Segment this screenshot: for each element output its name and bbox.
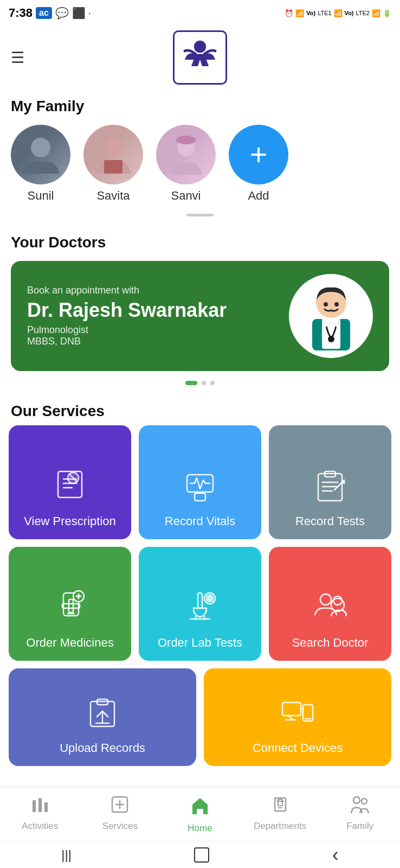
svg-rect-19 (195, 493, 205, 501)
doctor-card[interactable]: Book an appointment with Dr. Rajesh Swar… (11, 261, 389, 371)
svg-rect-31 (62, 604, 80, 608)
service-label-search-doctor: Search Doctor (292, 636, 369, 650)
family-row: Sunil Savita S (0, 120, 400, 212)
home-icon (189, 795, 211, 821)
svg-point-42 (320, 594, 331, 605)
service-record-tests[interactable]: Record Tests (269, 425, 391, 539)
avatar-savita (83, 125, 143, 184)
svg-rect-35 (198, 593, 202, 608)
service-upload-records[interactable]: Upload Records (9, 668, 196, 766)
service-label-lab: Order Lab Tests (158, 636, 242, 650)
header: ☰ (0, 26, 400, 89)
scroll-indicator (0, 212, 400, 225)
service-label-upload: Upload Records (60, 741, 145, 755)
medicines-icon (53, 589, 87, 628)
doctor-name: Dr. Rajesh Swarnakar (27, 299, 289, 321)
svg-rect-58 (44, 802, 48, 812)
service-connect-devices[interactable]: Connect Devices (204, 668, 391, 766)
our-services-title: Our Services (0, 394, 400, 425)
system-menu-btn[interactable]: ||| (61, 847, 72, 863)
tests-icon (313, 467, 347, 507)
service-record-vitals[interactable]: Record Vitals (139, 425, 261, 539)
service-order-lab[interactable]: Order Lab Tests (139, 547, 261, 661)
system-home-btn[interactable] (194, 847, 209, 863)
nav-label-departments: Departments (254, 821, 306, 832)
svg-point-7 (324, 302, 328, 307)
family-member-sunil[interactable]: Sunil (11, 125, 70, 203)
your-doctors-title: Your Doctors (0, 225, 400, 257)
member-name-savita: Savita (96, 189, 130, 203)
svg-rect-63 (278, 801, 282, 806)
nav-label-home: Home (188, 823, 212, 834)
svg-rect-57 (38, 798, 42, 812)
svg-point-11 (328, 336, 334, 342)
nav-home[interactable]: Home (160, 793, 240, 834)
family-icon (349, 795, 371, 819)
service-label-tests: Record Tests (295, 514, 365, 528)
avatar-add: + (229, 125, 288, 184)
doctor-qualification: MBBS, DNB (27, 336, 289, 347)
service-search-doctor[interactable]: Search Doctor (269, 547, 391, 661)
app-logo (173, 30, 227, 85)
book-text: Book an appointment with (27, 285, 289, 296)
svg-point-2 (105, 138, 122, 155)
nav-family[interactable]: Family (320, 793, 400, 832)
my-family-title: My Family (0, 89, 400, 120)
member-name-sanvi: Sanvi (171, 189, 201, 203)
svg-point-66 (362, 799, 367, 804)
search-doctor-icon (313, 589, 347, 628)
services-icon (110, 795, 130, 819)
system-back-btn[interactable]: ‹ (332, 844, 339, 866)
family-member-add[interactable]: + Add (229, 125, 288, 203)
nav-bar: Activities Services Home (0, 787, 400, 841)
lab-icon (183, 589, 217, 628)
services-bottom: Upload Records Connect Devices (0, 668, 400, 774)
svg-point-41 (208, 597, 211, 600)
svg-point-1 (31, 138, 50, 157)
svg-rect-50 (282, 703, 301, 716)
svg-rect-56 (33, 800, 36, 812)
nav-activities[interactable]: Activities (0, 793, 80, 832)
svg-point-5 (176, 136, 196, 144)
svg-point-65 (353, 797, 360, 803)
svg-rect-30 (69, 599, 73, 612)
services-grid: View Prescription Record Vitals (0, 425, 400, 668)
service-label-devices: Connect Devices (253, 741, 343, 755)
svg-point-0 (194, 41, 206, 53)
nav-services[interactable]: Services (80, 793, 160, 832)
svg-point-43 (333, 596, 342, 605)
activities-icon (30, 795, 50, 819)
svg-rect-62 (275, 798, 286, 811)
status-bar: 7:38 ac 💬 ⬛ • ⏰ 📶 Vo) LTE1 📶 Vo) LTE2 📶 … (0, 0, 400, 26)
vitals-icon (183, 467, 217, 507)
nav-label-family: Family (346, 821, 373, 832)
doctor-specialization: Pulmonologist (27, 324, 289, 336)
doctor-info: Book an appointment with Dr. Rajesh Swar… (27, 285, 289, 347)
status-icons: ⏰ 📶 Vo) LTE1 📶 Vo) LTE2 📶 🔋 (285, 9, 391, 17)
service-label-prescription: View Prescription (24, 514, 116, 528)
member-name-add: Add (248, 189, 269, 203)
member-name-sunil: Sunil (28, 189, 54, 203)
svg-point-8 (334, 302, 339, 307)
family-member-savita[interactable]: Savita (83, 125, 143, 203)
family-member-sanvi[interactable]: Sanvi (156, 125, 216, 203)
status-time: 7:38 ac 💬 ⬛ • (9, 6, 91, 20)
avatar-sunil (11, 125, 70, 184)
departments-icon (270, 795, 290, 819)
avatar-sanvi (156, 125, 216, 184)
svg-rect-3 (104, 160, 122, 174)
service-label-medicines: Order Medicines (26, 636, 113, 650)
nav-label-activities: Activities (22, 821, 58, 832)
hamburger-menu[interactable]: ☰ (11, 49, 24, 67)
svg-line-45 (342, 609, 346, 614)
carousel-dots (0, 375, 400, 394)
service-order-medicines[interactable]: Order Medicines (9, 547, 131, 661)
service-view-prescription[interactable]: View Prescription (9, 425, 131, 539)
doctor-avatar (289, 274, 373, 358)
service-label-vitals: Record Vitals (165, 514, 235, 528)
system-nav-bar: ||| ‹ (0, 841, 400, 868)
connect-devices-icon (280, 694, 315, 733)
prescription-icon (53, 467, 87, 507)
upload-records-icon (85, 694, 120, 733)
nav-departments[interactable]: Departments (240, 793, 320, 832)
